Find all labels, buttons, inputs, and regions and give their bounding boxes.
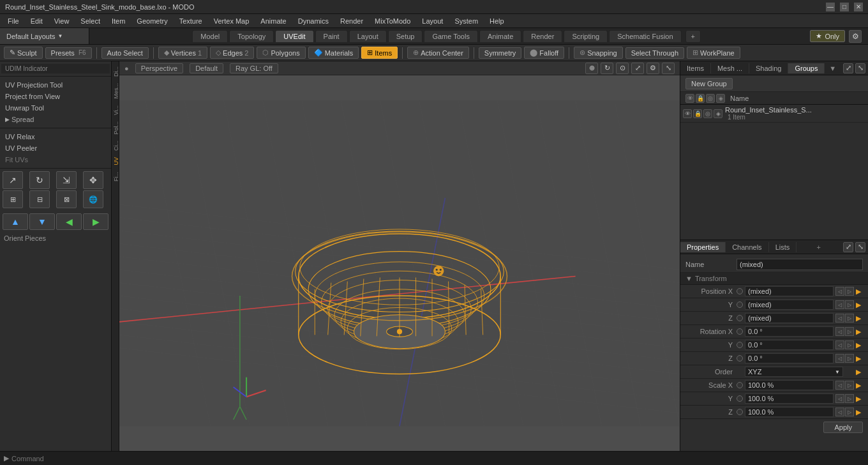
menu-help[interactable]: Help <box>484 16 509 26</box>
item-icon-eye[interactable]: 👁 <box>683 109 692 118</box>
order-more[interactable]: ▶ <box>854 368 863 376</box>
position-x-value[interactable]: (mixed) <box>745 286 834 296</box>
rot-x-btn1[interactable]: ◁ <box>835 327 844 336</box>
prop-tab-channels[interactable]: Channels <box>726 242 768 252</box>
tool-transform[interactable]: ✥ <box>83 171 103 189</box>
col-icon-extra[interactable]: ◈ <box>716 94 725 103</box>
pos-z-btn2[interactable]: ▷ <box>845 314 854 323</box>
scale-z-more[interactable]: ▶ <box>854 408 863 416</box>
workplane-button[interactable]: ⊞ WorkPlane <box>687 47 740 59</box>
prop-maximize-btn[interactable]: ⤢ <box>843 242 853 252</box>
scale-z-value[interactable]: 100.0 % <box>745 407 834 417</box>
project-from-view[interactable]: Project from View <box>1 91 110 102</box>
vtab-uv[interactable]: UV <box>112 155 118 168</box>
tab-paint[interactable]: Paint <box>315 30 348 42</box>
tab-game-tools[interactable]: Game Tools <box>424 30 478 42</box>
menu-vertex-map[interactable]: Vertex Map <box>209 16 255 26</box>
rotation-x-value[interactable]: 0.0 ° <box>745 326 834 337</box>
prop-tab-plus-btn[interactable]: + <box>812 242 824 252</box>
uv-projection-tool[interactable]: UV Projection Tool <box>1 79 110 91</box>
tool-rotate[interactable]: ↻ <box>29 171 50 189</box>
pos-y-btn1[interactable]: ◁ <box>835 300 844 309</box>
rp-expand-btn[interactable]: ▼ <box>825 63 840 73</box>
viewport[interactable]: ● Perspective Default Ray GL: Off ⊕ ↻ ⊙ … <box>119 61 680 465</box>
menu-select[interactable]: Select <box>75 16 105 26</box>
rp-tab-mesh[interactable]: Mesh ... <box>711 63 749 73</box>
menu-edit[interactable]: Edit <box>26 16 48 26</box>
apply-button[interactable]: Apply <box>823 422 863 433</box>
vtab-mes[interactable]: Mes... <box>112 80 118 102</box>
tab-layout[interactable]: Layout <box>349 30 387 42</box>
rot-y-btn2[interactable]: ▷ <box>845 340 854 349</box>
name-value[interactable]: (mixed) <box>737 259 863 270</box>
rot-z-btn1[interactable]: ◁ <box>835 354 844 363</box>
gear-button[interactable]: ⚙ <box>849 30 862 43</box>
only-button[interactable]: ★ Only <box>810 30 845 42</box>
pos-y-btn2[interactable]: ▷ <box>845 300 854 309</box>
menu-view[interactable]: View <box>49 16 75 26</box>
scale-x-value[interactable]: 100.0 % <box>745 380 834 390</box>
scale-x-btn2[interactable]: ▷ <box>845 381 854 390</box>
items-button[interactable]: ⊞ Items <box>361 47 398 59</box>
minimize-button[interactable]: — <box>826 3 835 11</box>
tab-scripting[interactable]: Scripting <box>564 30 608 42</box>
tool-grid3[interactable]: ⊠ <box>56 190 77 208</box>
menu-system[interactable]: System <box>449 16 483 26</box>
presets-button[interactable]: Presets F6 <box>45 47 92 59</box>
viewport-canvas[interactable] <box>119 75 680 451</box>
tab-plus[interactable]: + <box>685 30 701 43</box>
scale-x-btn1[interactable]: ◁ <box>835 381 844 390</box>
pos-z-btn1[interactable]: ◁ <box>835 314 844 323</box>
pos-x-btn1[interactable]: ◁ <box>835 287 844 296</box>
tab-render[interactable]: Render <box>523 30 562 42</box>
sculpt-button[interactable]: ✎ Sculpt <box>4 47 43 59</box>
position-z-value[interactable]: (mixed) <box>745 313 834 323</box>
scale-y-more[interactable]: ▶ <box>854 395 863 403</box>
rp-tab-shading[interactable]: Shading <box>749 63 788 73</box>
tab-model[interactable]: Model <box>192 30 228 42</box>
tool-grid[interactable]: ⊞ <box>3 190 23 208</box>
item-icon-render[interactable]: ◎ <box>703 109 712 118</box>
perspective-button[interactable]: Perspective <box>135 63 183 73</box>
tab-uvedit[interactable]: UVEdit <box>275 30 313 42</box>
ray-gl-button[interactable]: Ray GL: Off <box>230 63 278 73</box>
vp-ctrl-target[interactable]: ⊕ <box>585 63 598 74</box>
rot-z-more[interactable]: ▶ <box>854 354 863 363</box>
rot-x-btn2[interactable]: ▷ <box>845 327 854 336</box>
vtab-fi[interactable]: Fi... <box>112 169 118 184</box>
scale-x-more[interactable]: ▶ <box>854 381 863 390</box>
orient-pieces[interactable]: Orient Pieces <box>0 232 111 244</box>
select-through-button[interactable]: Select Through <box>625 47 684 59</box>
order-value[interactable]: XYZ ▼ <box>745 367 843 377</box>
col-icon-eye[interactable]: 👁 <box>685 94 694 103</box>
snapping-button[interactable]: ⊛ Snapping <box>574 47 623 59</box>
uv-relax[interactable]: UV Relax <box>1 131 110 142</box>
menu-animate[interactable]: Animate <box>255 16 291 26</box>
tool-sphere[interactable]: 🌐 <box>83 190 103 208</box>
vp-ctrl-maximize[interactable]: ⤢ <box>631 63 644 74</box>
rotation-y-value[interactable]: 0.0 ° <box>745 340 834 350</box>
col-icon-render[interactable]: ◎ <box>706 94 715 103</box>
transform-section[interactable]: ▼ Transform <box>680 273 868 285</box>
pos-y-more[interactable]: ▶ <box>854 301 863 309</box>
pos-z-more[interactable]: ▶ <box>854 314 863 323</box>
arrow-right[interactable]: ▶ <box>83 213 108 230</box>
menu-dynamics[interactable]: Dynamics <box>293 16 334 26</box>
vp-ctrl-settings[interactable]: ⚙ <box>647 63 659 74</box>
vtab-vi[interactable]: Vi... <box>112 103 118 118</box>
menu-geometry[interactable]: Geometry <box>131 16 172 26</box>
menu-texture[interactable]: Texture <box>174 16 207 26</box>
rp-tab-items[interactable]: Items <box>680 63 711 73</box>
tool-move[interactable]: ↗ <box>3 171 23 189</box>
prop-fullscreen-btn[interactable]: ⤡ <box>855 242 865 252</box>
tab-schematic-fusion[interactable]: Schematic Fusion <box>609 30 681 42</box>
vtab-di[interactable]: Di... <box>112 64 118 79</box>
unwrap-tool[interactable]: Unwrap Tool <box>1 102 110 114</box>
close-button[interactable]: ✕ <box>854 3 863 11</box>
command-input[interactable] <box>11 455 864 462</box>
vp-ctrl-zoom[interactable]: ⊙ <box>616 63 629 74</box>
item-icon-extra[interactable]: ◈ <box>714 109 722 118</box>
prop-tab-properties[interactable]: Properties <box>680 242 726 252</box>
rot-x-more[interactable]: ▶ <box>854 328 863 336</box>
rp-fullscreen-btn[interactable]: ⤡ <box>855 63 865 73</box>
